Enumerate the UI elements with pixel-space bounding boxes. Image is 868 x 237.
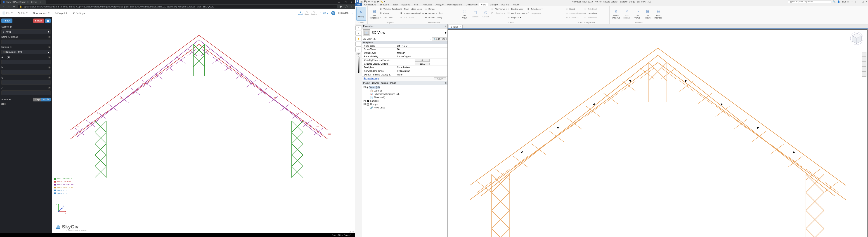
type-dropdown-icon[interactable]: ▾ [445,31,446,35]
property-row[interactable]: Graphic Display OptionsEdit... [362,62,447,66]
browser-tab[interactable]: Copy of Pipe Bridge 1 | SkyCiv × [1,0,46,4]
ribbon-tab-manage[interactable]: Manage [488,3,499,6]
output-menu[interactable]: ⎙ Output ▾ [55,11,67,14]
qat-sync-icon[interactable]: ⇄ [377,0,379,3]
render-cloud-button[interactable]: ☁Render in Cloud [425,11,443,15]
callout-button[interactable]: ◎Callout [481,7,491,21]
app-exchange-icon[interactable]: ⋯ [851,0,853,3]
info-icon[interactable]: i [48,66,51,69]
scope-box-button[interactable]: ▢Scope Box [527,11,542,15]
chrome-menu-icon[interactable]: ⋮ [349,5,353,8]
user-avatar[interactable]: BK [331,11,335,15]
view-reference-button[interactable]: ▭View Reference [566,11,584,15]
properties-apply-button[interactable]: Apply [434,77,446,80]
file-menu[interactable]: 📄 File ▾ [2,11,13,14]
info-icon[interactable]: i [48,76,51,79]
section-id-select[interactable]: 7 (New)▾ [1,29,51,34]
area-input[interactable] [1,60,51,64]
tab-close-icon[interactable]: × [40,1,41,3]
scale-slider[interactable] [358,57,360,73]
qat-redo-icon[interactable]: ↷ [371,0,373,3]
dock-pencil-icon[interactable]: ✎ [355,31,362,36]
show-hidden-lines-button[interactable]: ◧Show Hidden Lines [400,7,424,11]
view-tab-close-icon[interactable]: × [460,26,461,28]
ribbon-tab-steel[interactable]: Steel [391,3,400,6]
minimize-button[interactable]: — [336,1,342,3]
help-search-input[interactable] [788,0,831,3]
star-icon[interactable]: ☆ [334,5,336,8]
help-button[interactable]: ? Help ▾ [320,12,328,14]
model-canvas[interactable]: L-1L-2L-3 L-4L-5L-6 R-6R-5R-4 R-3R-2R-1 … [52,17,355,233]
ribbon-tab-collaborate[interactable]: Collaborate [464,3,479,6]
tree-item[interactable]: +👪Families [363,99,447,103]
view-tab-3d[interactable]: ⌂ {3D} × [448,25,463,29]
iy-input[interactable] [1,80,51,85]
windows-taskbar[interactable]: Copy of Pipe Bridge 1 ... [0,233,355,237]
close-window-button[interactable]: × [349,1,355,3]
property-row[interactable]: Visibility/Graphics Overri...Edit... [362,59,447,62]
render-gallery-button[interactable]: ▦Render Gallery [425,15,443,20]
filters-button[interactable]: ▤Filters [380,11,400,15]
help-icon[interactable]: ? [855,0,856,3]
instance-dropdown-icon[interactable]: ▾ [430,38,431,40]
minimize-icon[interactable]: — [858,0,860,3]
material-select[interactable]: ⬛ Structural Steel▾ [1,50,51,54]
matchline-button[interactable]: ≡Matchline [584,15,597,20]
close-icon[interactable]: × [866,0,867,3]
revisions-button[interactable]: △Revisions [584,11,597,15]
properties-close-icon[interactable]: × [445,25,446,28]
sheet-button[interactable]: ▭Sheet [566,7,584,11]
ribbon-tab-massingsite[interactable]: Massing & Site [445,3,464,6]
property-row[interactable]: Detail LevelMedium [362,51,447,55]
view-templates-button[interactable]: ▦View Templates [369,7,379,21]
qat-undo-icon[interactable]: ↶ [368,0,370,3]
close-inactive-button[interactable]: ✕Close Inactive [622,7,631,21]
edit-type-button[interactable]: 📎 Edit Type [432,37,446,40]
legends-button[interactable]: ▤Legends ▾ [507,15,527,20]
nav-reload-button[interactable]: ⟳ [12,5,16,8]
tree-item[interactable]: +🔲Groups [363,103,447,106]
render-button[interactable]: ◯Render [425,7,443,11]
sidebar-help-button[interactable]: Help [33,98,41,101]
ribbon-tab-insert[interactable]: Insert [412,3,421,6]
drafting-view-button[interactable]: ▱Drafting View [507,7,527,11]
info-icon[interactable]: i [48,87,51,89]
new-tab-button[interactable]: + [47,0,49,4]
profile-icon[interactable]: ◯ [344,5,348,8]
switch-windows-button[interactable]: ⧉Switch Windows [611,7,621,21]
property-row[interactable]: Parts VisibilityShow Original [362,55,447,59]
ribbon-tab-modify[interactable]: Modify [511,3,521,6]
tree-item[interactable]: 📋Legends [363,89,447,92]
iz-input[interactable] [1,70,51,74]
back-button[interactable]: ‹ Back [1,19,12,23]
tree-item[interactable]: 📄Sheets (all) [363,96,447,99]
builder-button[interactable]: Builder [33,19,44,23]
taskbar-item[interactable]: Copy of Pipe Bridge 1 ... [332,234,353,236]
sidebar-apply-button[interactable]: Apply [41,98,51,101]
nav-orbit-icon[interactable] [862,67,866,72]
dock-arrows-icon[interactable]: ↔ [355,41,362,46]
ribbon-tab-view[interactable]: View [479,3,488,6]
info-icon[interactable]: i [48,56,51,59]
info-icon[interactable]: i [48,36,51,38]
dock-hand-icon[interactable]: ✋ [355,36,362,41]
view-cube[interactable] [850,32,863,45]
tab-views-button[interactable]: ▭Tab Views [632,7,642,21]
visibility-graphics-button[interactable]: ▨Visibility/ Graphics [380,7,400,11]
search-icon[interactable]: 🔍 [833,0,835,3]
title-block-button[interactable]: ▭Title Block [584,7,597,11]
user-greeting[interactable]: Hi Braden [338,12,348,14]
mode-switcher[interactable]: ◉Model ◯Solve ◯Design [298,11,316,15]
guide-grid-button[interactable]: ▦Guide Grid [566,15,584,20]
modify-tool[interactable]: ↖ Modify [356,7,366,21]
ribbon-tab-systems[interactable]: Systems [400,3,412,6]
maximize-icon[interactable]: ☐ [862,0,864,3]
tree-item[interactable]: 📊Schedules/Quantities (all) [363,92,447,96]
advanced-toggle[interactable] [1,103,6,105]
nav-back-button[interactable]: ← [1,5,5,8]
ribbon-tab-annotate[interactable]: Annotate [421,3,434,6]
project-browser-close-icon[interactable]: × [445,82,446,84]
revit-3d-canvas[interactable]: 1/8" = 1'-0" ▦ ◧ ☀ ◐ ▤ ▢ ◫ 🔓 ◨ ⋯ [448,29,868,237]
property-row[interactable]: DisciplineCoordination [362,66,447,69]
nav-forward-button[interactable]: → [7,5,11,8]
